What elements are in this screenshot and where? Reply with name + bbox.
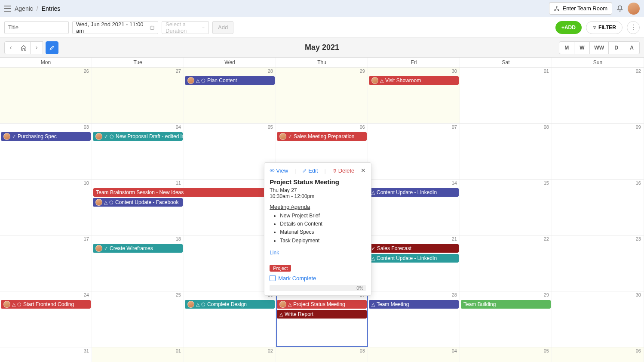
popover-link[interactable]: Link bbox=[270, 250, 279, 256]
day-cell[interactable]: 25 bbox=[92, 291, 184, 347]
event-chip[interactable]: △ Visit Showroom bbox=[369, 76, 459, 85]
day-cell[interactable]: 07 bbox=[368, 124, 460, 179]
add-button-disabled[interactable]: Add bbox=[212, 21, 233, 34]
edit-label: Edit bbox=[308, 167, 318, 174]
title-input[interactable] bbox=[4, 21, 69, 34]
event-chip[interactable]: △ ⬠ Plan Content bbox=[185, 76, 275, 85]
edit-mode-button[interactable] bbox=[46, 41, 58, 54]
event-chip[interactable]: △ Project Status Meeting bbox=[277, 300, 367, 309]
day-cell[interactable]: 27 △ Project Status Meeting △ Write Repo… bbox=[276, 291, 368, 347]
day-cell[interactable]: 02 bbox=[552, 68, 644, 123]
day-cell[interactable]: 02 bbox=[184, 347, 276, 362]
view-week[interactable]: W bbox=[574, 41, 590, 54]
day-cell[interactable]: 05 bbox=[460, 347, 552, 362]
view-link[interactable]: View bbox=[270, 167, 288, 174]
day-cell[interactable]: 04 bbox=[368, 347, 460, 362]
team-room-button[interactable]: Enter Team Room bbox=[549, 2, 612, 15]
popover-tag[interactable]: Project bbox=[270, 265, 291, 272]
menu-icon[interactable] bbox=[4, 6, 11, 12]
view-agenda[interactable]: A bbox=[624, 41, 640, 54]
event-chip[interactable]: △ ⬠ Complete Design bbox=[185, 300, 275, 309]
event-chip[interactable]: △ Content Update - LinkedIn bbox=[369, 188, 459, 197]
day-cell[interactable]: 26 △ ⬠ Complete Design bbox=[184, 291, 276, 347]
popover-date: Thu May 27 bbox=[270, 187, 366, 193]
brand-label[interactable]: Agenic bbox=[15, 5, 33, 12]
delete-link[interactable]: Delete bbox=[332, 167, 355, 174]
view-workweek[interactable]: WW bbox=[590, 41, 609, 54]
notifications-icon[interactable] bbox=[616, 5, 623, 12]
event-chip[interactable]: △ ⬠ Start Frontend Coding bbox=[1, 300, 91, 309]
day-number: 28 bbox=[452, 292, 457, 297]
day-cell[interactable]: 01 bbox=[460, 68, 552, 123]
edit-link[interactable]: Edit bbox=[302, 167, 318, 174]
day-cell[interactable]: 30 bbox=[552, 291, 644, 347]
user-avatar[interactable] bbox=[628, 3, 640, 15]
day-cell[interactable]: 28 △ Team Meeting bbox=[368, 291, 460, 347]
event-chip[interactable]: ✓ Create Wireframes bbox=[93, 244, 183, 253]
day-cell[interactable]: 15 bbox=[460, 179, 552, 235]
day-cell[interactable]: 03 bbox=[276, 347, 368, 362]
close-icon[interactable]: ✕ bbox=[361, 167, 366, 174]
day-cell[interactable]: 19 bbox=[184, 235, 276, 291]
calendar-icon bbox=[150, 25, 154, 30]
day-cell[interactable]: 16 bbox=[552, 179, 644, 235]
day-cell[interactable]: 01 bbox=[92, 347, 184, 362]
pencil-icon bbox=[302, 168, 307, 173]
team-room-label: Enter Team Room bbox=[562, 5, 607, 12]
event-chip[interactable]: △ Write Report bbox=[277, 310, 367, 319]
agenda-item: Material Specs bbox=[280, 228, 366, 236]
day-cell[interactable]: 21 ✓ Sales Forecast △ Content Update - L… bbox=[368, 235, 460, 291]
day-cell[interactable]: 31 bbox=[0, 347, 92, 362]
today-button[interactable] bbox=[17, 41, 30, 54]
day-cell[interactable]: 09 bbox=[552, 124, 644, 179]
day-cell[interactable]: 27 bbox=[92, 68, 184, 123]
event-chip[interactable]: ✓ ⬠ New Proposal Draft - edited in lis bbox=[93, 132, 183, 141]
event-chip[interactable]: △ Team Meeting bbox=[369, 300, 459, 309]
day-number: 05 bbox=[544, 348, 549, 353]
event-chip[interactable]: △ Content Update - LinkedIn bbox=[369, 254, 459, 263]
view-day[interactable]: D bbox=[609, 41, 624, 54]
day-cell[interactable]: 24 △ ⬠ Start Frontend Coding bbox=[0, 291, 92, 347]
view-month[interactable]: M bbox=[559, 41, 574, 54]
day-number: 05 bbox=[268, 124, 273, 130]
event-chip[interactable]: ✓ Purchasing Spec bbox=[1, 132, 91, 141]
filter-icon bbox=[592, 25, 597, 30]
day-cell[interactable]: 17 bbox=[0, 235, 92, 291]
day-cell[interactable]: 23 bbox=[552, 235, 644, 291]
day-cell[interactable]: 10 bbox=[0, 179, 92, 235]
day-cell[interactable]: 05 bbox=[184, 124, 276, 179]
day-cell[interactable]: 08 bbox=[460, 124, 552, 179]
prev-button[interactable] bbox=[4, 41, 17, 54]
filter-button[interactable]: FILTER bbox=[586, 21, 623, 34]
popover-title: Project Status Meeting bbox=[270, 178, 366, 186]
next-button[interactable] bbox=[30, 41, 43, 54]
event-label: New Proposal Draft - edited in lis bbox=[116, 133, 183, 139]
day-cell[interactable]: 14 △ Content Update - LinkedIn bbox=[368, 179, 460, 235]
avatar-icon bbox=[95, 133, 102, 140]
avatar-icon bbox=[95, 199, 102, 206]
duration-select[interactable]: Select a Duration bbox=[162, 21, 209, 34]
day-cell[interactable]: 29 Team Building bbox=[460, 291, 552, 347]
mark-complete-button[interactable]: Mark Complete bbox=[270, 275, 366, 282]
event-chip[interactable]: Team Building bbox=[461, 300, 551, 309]
more-menu-button[interactable]: ⋮ bbox=[627, 21, 640, 34]
event-chip[interactable]: ✓ Sales Forecast bbox=[369, 244, 459, 253]
event-chip[interactable]: △ ⬠ Content Update - Facebook bbox=[93, 198, 183, 207]
day-cell[interactable]: 26 bbox=[0, 68, 92, 123]
event-chip[interactable]: ✓ Sales Meeting Preparation bbox=[277, 132, 367, 141]
day-cell[interactable]: 18 ✓ Create Wireframes bbox=[92, 235, 184, 291]
day-header-row: Mon Tue Wed Thu Fri Sat Sun bbox=[0, 58, 644, 68]
day-cell[interactable]: 30 △ Visit Showroom bbox=[368, 68, 460, 123]
add-button[interactable]: +ADD bbox=[555, 21, 582, 34]
day-cell[interactable]: 06 bbox=[552, 347, 644, 362]
day-cell[interactable]: 04 ✓ ⬠ New Proposal Draft - edited in li… bbox=[92, 124, 184, 179]
day-cell[interactable]: 29 bbox=[276, 68, 368, 123]
day-cell[interactable]: 03 ✓ Purchasing Spec bbox=[0, 124, 92, 179]
event-label: Project Status Meeting bbox=[293, 301, 345, 307]
day-cell[interactable]: 28 △ ⬠ Plan Content bbox=[184, 68, 276, 123]
date-picker[interactable]: Wed, Jun 2nd 2021 - 11:00 am bbox=[72, 21, 158, 34]
check-icon: ✓ bbox=[371, 246, 375, 251]
day-cell[interactable]: 22 bbox=[460, 235, 552, 291]
avatar-icon bbox=[3, 133, 10, 140]
day-number: 11 bbox=[176, 180, 181, 186]
